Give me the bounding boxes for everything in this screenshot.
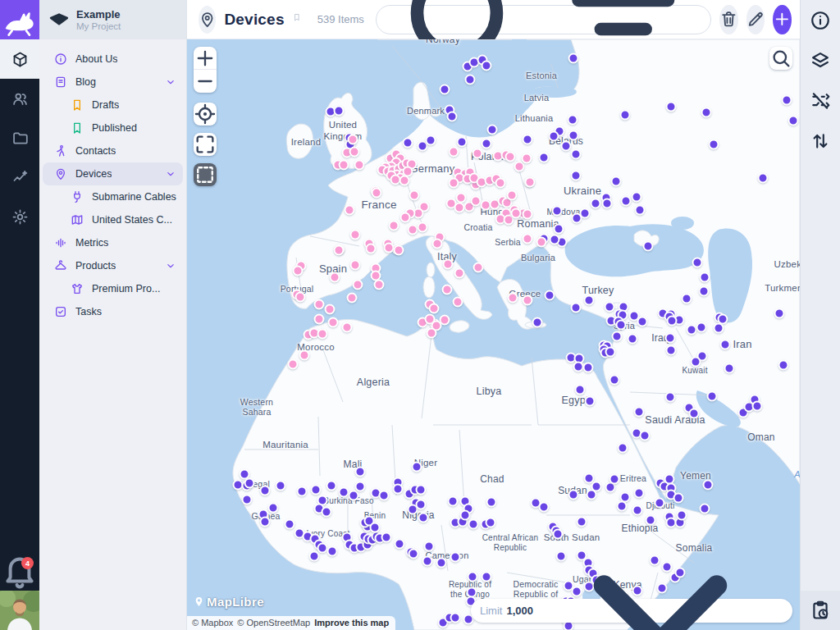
rail-tool-gear[interactable] bbox=[0, 197, 39, 236]
device-dot-purple[interactable] bbox=[244, 478, 255, 489]
right-tool-sortud[interactable] bbox=[810, 130, 831, 152]
device-dot-purple[interactable] bbox=[666, 102, 677, 112]
device-dot-pink[interactable] bbox=[350, 230, 361, 240]
device-dot-purple[interactable] bbox=[572, 213, 582, 224]
device-dot-purple[interactable] bbox=[554, 224, 564, 235]
device-dot-pink[interactable] bbox=[427, 328, 437, 339]
right-tool-linkslash[interactable] bbox=[810, 90, 831, 112]
device-dot-pink[interactable] bbox=[325, 304, 336, 315]
device-dot-purple[interactable] bbox=[568, 130, 579, 141]
add-item-button[interactable] bbox=[773, 5, 792, 34]
device-dot-purple[interactable] bbox=[701, 107, 712, 118]
device-dot-pink[interactable] bbox=[505, 152, 516, 162]
device-dot-pink[interactable] bbox=[473, 262, 484, 273]
device-dot-pink[interactable] bbox=[523, 295, 533, 306]
device-dot-purple[interactable] bbox=[412, 462, 422, 472]
device-dot-purple[interactable] bbox=[545, 290, 555, 301]
device-dot-purple[interactable] bbox=[643, 241, 654, 252]
device-dot-purple[interactable] bbox=[260, 486, 271, 496]
sidebar-item-metrics[interactable]: Metrics bbox=[43, 231, 183, 254]
device-dot-purple[interactable] bbox=[571, 303, 582, 313]
device-dot-purple[interactable] bbox=[311, 485, 322, 495]
device-dot-pink[interactable] bbox=[354, 160, 365, 171]
device-dot-purple[interactable] bbox=[395, 539, 405, 550]
device-dot-pink[interactable] bbox=[443, 259, 454, 270]
device-dot-purple[interactable] bbox=[409, 549, 419, 559]
rail-tool-folder[interactable] bbox=[0, 118, 39, 158]
device-dot-purple[interactable] bbox=[550, 235, 560, 245]
device-dot-purple[interactable] bbox=[424, 541, 435, 552]
device-dot-purple[interactable] bbox=[618, 443, 628, 454]
device-dot-pink[interactable] bbox=[449, 147, 459, 158]
device-dot-pink[interactable] bbox=[350, 260, 361, 271]
device-dot-purple[interactable] bbox=[468, 519, 479, 530]
search-filter-button[interactable] bbox=[376, 5, 711, 34]
device-dot-purple[interactable] bbox=[575, 385, 586, 395]
device-dot-purple[interactable] bbox=[612, 331, 623, 342]
device-dot-purple[interactable] bbox=[487, 125, 498, 135]
device-dot-purple[interactable] bbox=[523, 135, 533, 145]
device-dot-purple[interactable] bbox=[549, 131, 559, 142]
device-dot-purple[interactable] bbox=[447, 112, 458, 122]
device-dot-pink[interactable] bbox=[522, 153, 532, 164]
device-dot-purple[interactable] bbox=[457, 137, 468, 148]
device-dot-purple[interactable] bbox=[465, 75, 476, 85]
device-dot-purple[interactable] bbox=[666, 345, 677, 356]
device-dot-pink[interactable] bbox=[449, 178, 459, 189]
device-dot-purple[interactable] bbox=[724, 363, 735, 374]
box-select-button[interactable] bbox=[194, 163, 217, 186]
device-dot-purple[interactable] bbox=[309, 551, 320, 562]
chevron-down-icon[interactable] bbox=[165, 76, 176, 88]
device-dot-pink[interactable] bbox=[511, 208, 522, 219]
device-dot-pink[interactable] bbox=[454, 268, 465, 279]
sidebar-item-products[interactable]: Products bbox=[43, 254, 183, 277]
device-dot-pink[interactable] bbox=[409, 190, 420, 201]
device-dot-purple[interactable] bbox=[611, 176, 622, 187]
device-dot-purple[interactable] bbox=[381, 532, 392, 543]
device-dot-purple[interactable] bbox=[355, 467, 366, 477]
device-dot-pink[interactable] bbox=[349, 147, 360, 158]
device-dot-purple[interactable] bbox=[682, 294, 692, 304]
device-dot-purple[interactable] bbox=[393, 484, 404, 495]
device-dot-pink[interactable] bbox=[394, 245, 404, 256]
device-dot-purple[interactable] bbox=[788, 116, 799, 126]
device-dot-purple[interactable] bbox=[707, 391, 718, 402]
device-dot-pink[interactable] bbox=[347, 293, 358, 304]
device-dot-pink[interactable] bbox=[507, 190, 518, 201]
device-dot-pink[interactable] bbox=[399, 176, 410, 186]
device-dot-purple[interactable] bbox=[696, 322, 707, 333]
attribution-mapbox[interactable]: © Mapbox bbox=[192, 618, 233, 628]
device-dot-purple[interactable] bbox=[482, 572, 492, 582]
device-dot-purple[interactable] bbox=[532, 317, 543, 328]
device-dot-purple[interactable] bbox=[752, 401, 763, 412]
device-dot-purple[interactable] bbox=[260, 517, 271, 527]
device-dot-purple[interactable] bbox=[568, 53, 579, 64]
bookmark-icon[interactable] bbox=[293, 13, 301, 26]
device-dot-pink[interactable] bbox=[366, 244, 377, 254]
map-canvas[interactable]: NorwayEstoniaLatviaLithuaniaDenmarkUnite… bbox=[187, 39, 800, 630]
device-dot-purple[interactable] bbox=[436, 558, 447, 568]
device-dot-purple[interactable] bbox=[758, 173, 769, 184]
rail-tool-trend[interactable] bbox=[0, 158, 39, 197]
device-dot-purple[interactable] bbox=[637, 317, 648, 327]
device-dot-purple[interactable] bbox=[448, 496, 459, 507]
device-dot-pink[interactable] bbox=[523, 209, 533, 220]
delete-button[interactable] bbox=[719, 5, 738, 34]
device-dot-purple[interactable] bbox=[692, 258, 703, 268]
device-dot-purple[interactable] bbox=[486, 518, 496, 528]
device-dot-purple[interactable] bbox=[440, 84, 450, 95]
device-dot-purple[interactable] bbox=[635, 205, 646, 216]
sidebar-item-premium-pro[interactable]: Premium Pro... bbox=[43, 277, 183, 300]
device-dot-purple[interactable] bbox=[370, 523, 381, 533]
device-dot-pink[interactable] bbox=[453, 297, 463, 308]
device-dot-purple[interactable] bbox=[699, 286, 710, 297]
device-dot-pink[interactable] bbox=[328, 317, 339, 328]
sidebar-item-about-us[interactable]: About Us bbox=[43, 48, 183, 71]
history-clipboard-button[interactable] bbox=[810, 600, 831, 621]
device-dot-purple[interactable] bbox=[609, 375, 620, 386]
device-dot-purple[interactable] bbox=[327, 546, 338, 557]
sidebar-item-blog[interactable]: Blog bbox=[43, 71, 183, 94]
device-dot-pink[interactable] bbox=[293, 266, 304, 276]
device-dot-purple[interactable] bbox=[584, 295, 595, 306]
device-dot-purple[interactable] bbox=[418, 513, 429, 523]
